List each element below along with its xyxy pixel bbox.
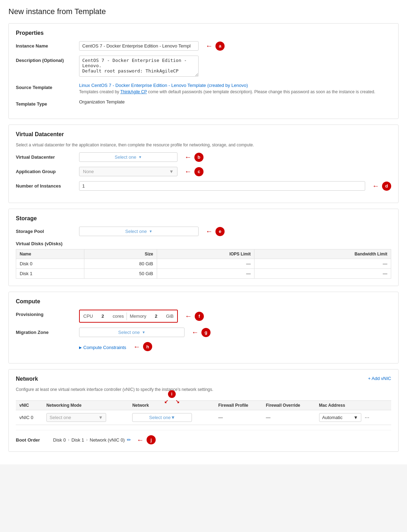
vnic-0-firewall-profile: — [215, 410, 263, 425]
source-template-row: Source Template Linux CentOS 7 - Docker … [16, 83, 391, 94]
boot-item-0: Disk 0 [53, 437, 66, 443]
badge-h: h [143, 342, 152, 351]
col-firewall-profile: Firewall Profile [215, 401, 263, 410]
vnic-0-networking-dropdown[interactable]: Select one ▼ [46, 413, 106, 422]
source-template-label: Source Template [16, 83, 79, 90]
migration-zone-text: Select one [118, 330, 140, 335]
disk-1-iops: — [157, 269, 254, 279]
storage-pool-arrow: ▼ [149, 229, 153, 233]
instance-name-row: Instance Name ← a [16, 41, 391, 51]
provisioning-label: Provisioning [16, 310, 79, 317]
provisioning-row: Provisioning CPU cores Memory GiB ← f [16, 310, 391, 323]
vnic-0-network-dropdown[interactable]: Select one ▼ [132, 413, 192, 422]
vnic-0-menu-button[interactable]: ··· [363, 414, 371, 421]
boot-item-1: Disk 1 [71, 437, 84, 443]
migration-zone-arrow: ▼ [142, 330, 146, 334]
instance-name-input[interactable] [79, 41, 199, 51]
vnic-0-network-arrow: ▼ [171, 415, 175, 420]
vdc-title: Virtual Datacenter [16, 131, 391, 138]
vdc-dropdown[interactable]: Select one ▼ [79, 152, 177, 162]
cpu-label: CPU [83, 314, 93, 319]
vnic-0-networking-mode: Select one ▼ [43, 410, 129, 425]
source-template-link[interactable]: Linux CentOS 7 - Docker Enterprise Editi… [79, 83, 248, 88]
boot-order-row: Boot Order Disk 0 › Disk 1 › Network (vN… [16, 430, 391, 444]
vdc-description: Select a virtual datacenter for the appl… [16, 142, 391, 147]
col-iops: IOPS Limit [157, 249, 254, 259]
vdc-row: Virtual Datacenter Select one ▼ ← b [16, 152, 391, 162]
app-group-value: None [83, 169, 94, 174]
vnic-0-mac-dropdown[interactable]: Automatic ▼ [319, 413, 361, 422]
badge-g: g [201, 328, 211, 337]
disk-0-bandwidth: — [254, 259, 391, 269]
vdc-dropdown-text: Select one [115, 154, 136, 160]
storage-title: Storage [16, 215, 391, 222]
app-group-label: Application Group [16, 167, 79, 174]
badge-b: b [194, 153, 204, 162]
arrow-g: ← [192, 328, 199, 336]
vnic-0-mac-address-cell: Automatic ▼ ··· [316, 410, 391, 425]
vdc-label: Virtual Datacenter [16, 152, 79, 160]
disk-row-0: Disk 0 80 GiB — — [16, 259, 391, 269]
compute-provisioning-box: CPU cores Memory GiB [79, 310, 178, 323]
boot-order-label: Boot Order [16, 437, 51, 443]
storage-pool-dropdown[interactable]: Select one ▼ [79, 227, 199, 236]
add-vnic-label: + Add vNIC [368, 376, 391, 381]
badge-i: i [168, 390, 176, 398]
num-instances-label: Number of Instances [16, 181, 79, 189]
cpu-value-input[interactable] [96, 312, 110, 321]
badge-j: j [147, 435, 156, 444]
vnic-0-firewall-override: — [263, 410, 316, 425]
arrow-i-left: ↙ [164, 399, 168, 404]
storage-pool-label: Storage Pool [16, 227, 79, 234]
arrow-c: ← [185, 167, 192, 176]
vdc-dropdown-arrow: ▼ [138, 155, 142, 159]
col-name: Name [16, 249, 84, 259]
app-group-row: Application Group None ▼ ← c [16, 167, 391, 176]
col-network: Network i ↙ ↘ [129, 401, 215, 410]
col-size: Size [84, 249, 157, 259]
vnic-0-mac-arrow: ▼ [354, 415, 358, 420]
constraints-triangle: ▶ [79, 346, 82, 349]
vnic-0-mac-text: Automatic [322, 415, 343, 420]
arrow-j: ← [137, 436, 144, 444]
badge-f: f [195, 312, 204, 321]
col-firewall-override: Firewall Override [263, 401, 316, 410]
template-type-label: Template Type [16, 99, 79, 107]
migration-zone-row: Migration Zone Select one ▼ ← g [16, 328, 391, 337]
app-group-dropdown[interactable]: None ▼ [79, 167, 177, 176]
constraints-text: Compute Constraints [83, 345, 126, 350]
instance-name-label: Instance Name [16, 41, 79, 49]
vnic-0-network: Select one ▼ [129, 410, 215, 425]
add-vnic-button[interactable]: + Add vNIC [368, 376, 391, 381]
disk-0-iops: — [157, 259, 254, 269]
vnic-row-0: vNIC 0 Select one ▼ Select one ▼ — [16, 410, 391, 425]
gib-label: GiB [166, 314, 174, 319]
num-instances-input[interactable] [79, 181, 365, 191]
network-description: Configure at least one virtual network i… [16, 387, 213, 392]
arrow-d: ← [372, 182, 379, 190]
storage-pool-text: Select one [125, 229, 147, 234]
vnic-0-networking-arrow: ▼ [98, 415, 103, 420]
template-type-row: Template Type Organization Template [16, 99, 391, 107]
vdisks-title: Virtual Disks (vDisks) [16, 241, 391, 246]
thinkagile-link[interactable]: ThinkAgile CP [120, 89, 147, 94]
col-networking-mode: Networking Mode [43, 401, 129, 410]
disk-1-size: 50 GiB [84, 269, 157, 279]
boot-chevron-0: › [68, 437, 69, 442]
vnic-0-name: vNIC 0 [16, 410, 43, 425]
memory-value-input[interactable] [149, 312, 163, 321]
arrow-a: ← [206, 42, 213, 50]
migration-zone-dropdown[interactable]: Select one ▼ [79, 328, 185, 337]
arrow-b: ← [185, 153, 192, 161]
vdc-section: Virtual Datacenter Select a virtual data… [8, 125, 399, 203]
badge-e: e [215, 227, 225, 236]
col-vnic: vNIC [16, 401, 43, 410]
disk-1-bandwidth: — [254, 269, 391, 279]
disk-0-name: Disk 0 [16, 259, 84, 269]
constraints-link[interactable]: ▶ Compute Constraints [79, 345, 126, 350]
network-title: Network [16, 376, 213, 382]
template-type-value: Organization Template [79, 99, 125, 104]
boot-order-edit-icon[interactable]: ✏ [127, 437, 131, 443]
boot-chevron-1: › [86, 437, 88, 442]
description-input[interactable]: CentOS 7 - Docker Enterprise Edition - L… [79, 56, 199, 77]
